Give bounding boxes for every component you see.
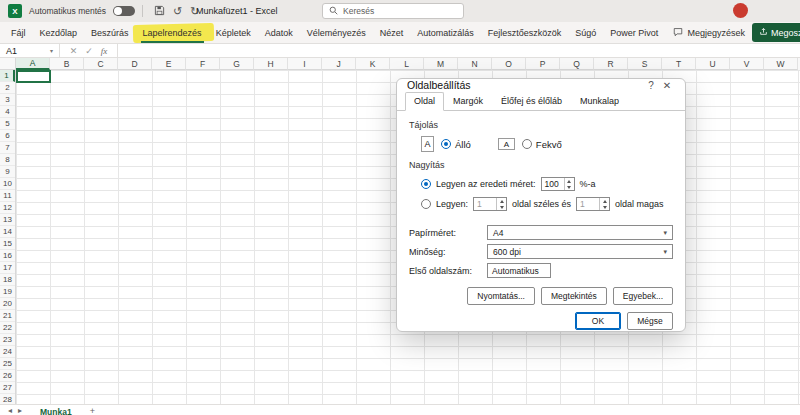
row-header-25[interactable]: 25 — [0, 358, 15, 370]
row-header-15[interactable]: 15 — [0, 238, 15, 250]
first-page-input[interactable]: Automatikus — [487, 263, 551, 278]
column-header-d[interactable]: D — [118, 58, 152, 70]
ribbon-tab-kepletek[interactable]: Képletek — [209, 22, 258, 43]
close-icon[interactable]: ✕ — [659, 80, 675, 91]
row-header-19[interactable]: 19 — [0, 286, 15, 298]
dialog-tab-elofej-es-elolab[interactable]: Élőfej és élőláb — [492, 92, 571, 111]
adjust-radio[interactable] — [421, 179, 431, 189]
ribbon-tab-power-pivot[interactable]: Power Pivot — [603, 22, 665, 43]
dialog-tab-margok[interactable]: Margók — [444, 92, 492, 111]
column-header-m[interactable]: M — [424, 58, 458, 70]
search-input[interactable]: Keresés — [322, 3, 464, 19]
sheet-nav-left-icon[interactable]: ◂ — [8, 406, 12, 415]
column-header-v[interactable]: V — [730, 58, 764, 70]
column-header-f[interactable]: F — [186, 58, 220, 70]
column-header-n[interactable]: N — [458, 58, 492, 70]
row-header-8[interactable]: 8 — [0, 154, 15, 166]
landscape-radio[interactable]: Fekvő — [522, 139, 562, 150]
column-header-o[interactable]: O — [492, 58, 526, 70]
fit-tall-stepper[interactable]: 1 — [576, 197, 610, 211]
column-header-q[interactable]: Q — [560, 58, 594, 70]
row-header-18[interactable]: 18 — [0, 274, 15, 286]
help-icon[interactable]: ? — [643, 80, 659, 91]
save-icon[interactable] — [154, 2, 165, 20]
row-header-22[interactable]: 22 — [0, 322, 15, 334]
row-header-20[interactable]: 20 — [0, 298, 15, 310]
cancel-icon[interactable]: ✕ — [70, 46, 78, 56]
row-header-13[interactable]: 13 — [0, 214, 15, 226]
column-header-b[interactable]: B — [50, 58, 84, 70]
row-header-11[interactable]: 11 — [0, 190, 15, 202]
spin-down-icon[interactable] — [497, 204, 506, 210]
column-header-e[interactable]: E — [152, 58, 186, 70]
options-button[interactable]: Egyebek... — [613, 287, 673, 305]
ribbon-tab-velemenyezes[interactable]: Véleményezés — [300, 22, 373, 43]
row-header-17[interactable]: 17 — [0, 262, 15, 274]
ribbon-tab-adatok[interactable]: Adatok — [258, 22, 300, 43]
row-header-7[interactable]: 7 — [0, 142, 15, 154]
column-header-r[interactable]: R — [594, 58, 628, 70]
row-header-9[interactable]: 9 — [0, 166, 15, 178]
column-header-s[interactable]: S — [628, 58, 662, 70]
preview-button[interactable]: Megtekintés — [541, 287, 607, 305]
column-header-c[interactable]: C — [84, 58, 118, 70]
column-header-k[interactable]: K — [356, 58, 390, 70]
column-header-g[interactable]: G — [220, 58, 254, 70]
spin-down-icon[interactable] — [565, 184, 574, 190]
row-header-4[interactable]: 4 — [0, 106, 15, 118]
row-header-3[interactable]: 3 — [0, 94, 15, 106]
row-header-28[interactable]: 28 — [0, 394, 15, 404]
account-avatar[interactable] — [733, 3, 748, 18]
share-button[interactable]: Megosztás — [752, 23, 800, 42]
ribbon-tab-lapelrendezes[interactable]: Lapelrendezés — [136, 22, 209, 43]
column-header-h[interactable]: H — [254, 58, 288, 70]
ribbon-tab-fajl[interactable]: Fájl — [4, 22, 33, 43]
sheet-tab-munka1[interactable]: Munka1 — [28, 406, 84, 415]
column-header-i[interactable]: I — [288, 58, 322, 70]
column-header-t[interactable]: T — [662, 58, 696, 70]
autosave-toggle[interactable] — [113, 6, 135, 16]
row-header-23[interactable]: 23 — [0, 334, 15, 346]
row-header-5[interactable]: 5 — [0, 118, 15, 130]
fit-wide-stepper[interactable]: 1 — [473, 197, 507, 211]
name-box[interactable]: A1 ▾ — [0, 44, 60, 57]
row-header-21[interactable]: 21 — [0, 310, 15, 322]
quality-select[interactable]: 600 dpi ▾ — [487, 244, 673, 259]
active-cell-selection[interactable] — [16, 70, 51, 83]
column-header-p[interactable]: P — [526, 58, 560, 70]
column-header-l[interactable]: L — [390, 58, 424, 70]
row-header-6[interactable]: 6 — [0, 130, 15, 142]
insert-function-icon[interactable]: fx — [101, 46, 108, 56]
print-button[interactable]: Nyomtatás... — [467, 287, 535, 305]
ribbon-tab-nezet[interactable]: Nézet — [373, 22, 411, 43]
row-header-27[interactable]: 27 — [0, 382, 15, 394]
row-header-12[interactable]: 12 — [0, 202, 15, 214]
undo-icon[interactable]: ↺ — [173, 6, 182, 17]
ribbon-tab-beszuras[interactable]: Beszúrás — [84, 22, 136, 43]
row-header-2[interactable]: 2 — [0, 82, 15, 94]
row-header-16[interactable]: 16 — [0, 250, 15, 262]
row-header-24[interactable]: 24 — [0, 346, 15, 358]
spin-down-icon[interactable] — [600, 204, 609, 210]
dialog-tab-munkalap[interactable]: Munkalap — [571, 92, 628, 111]
paper-size-select[interactable]: A4 ▾ — [487, 225, 673, 240]
column-header-w[interactable]: W — [764, 58, 798, 70]
select-all-corner[interactable] — [0, 58, 16, 70]
adjust-percent-stepper[interactable]: 100 — [541, 177, 575, 191]
ribbon-tab-kezdolap[interactable]: Kezdőlap — [33, 22, 85, 43]
row-header-26[interactable]: 26 — [0, 370, 15, 382]
formula-input[interactable] — [118, 44, 800, 57]
cancel-button[interactable]: Mégse — [627, 312, 673, 330]
ribbon-tab-automatizalas[interactable]: Automatizálás — [410, 22, 481, 43]
excel-app-icon[interactable]: X — [8, 4, 22, 18]
row-header-10[interactable]: 10 — [0, 178, 15, 190]
add-sheet-icon[interactable]: + — [90, 406, 95, 415]
column-header-a[interactable]: A — [16, 58, 50, 70]
row-header-1[interactable]: 1 — [0, 70, 15, 82]
ribbon-tab-sugo[interactable]: Súgó — [568, 22, 603, 43]
column-header-u[interactable]: U — [696, 58, 730, 70]
portrait-radio[interactable]: Álló — [441, 139, 471, 150]
column-header-j[interactable]: J — [322, 58, 356, 70]
ok-button[interactable]: OK — [575, 312, 621, 330]
dialog-tab-oldal[interactable]: Oldal — [405, 92, 444, 111]
